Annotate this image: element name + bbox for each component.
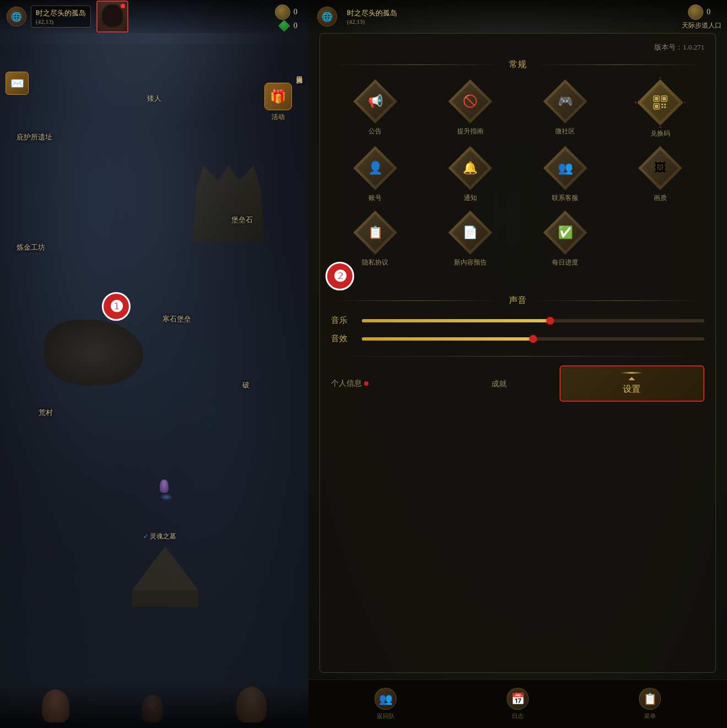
globe-icon[interactable]: 🌐 [7, 7, 26, 26]
daily-inner-bg: ✅ [547, 214, 583, 251]
pyramid-shape [132, 546, 198, 590]
btn-preview[interactable]: 📄 新内容预告 [426, 211, 515, 267]
character-portrait[interactable] [96, 1, 128, 33]
community-icon: 🎮 [558, 94, 573, 109]
activity-icon: 🎁 [264, 83, 292, 110]
activity-label: 活动 [272, 112, 285, 122]
account-icon: 👤 [368, 161, 383, 175]
preview-icon: 📄 [463, 225, 478, 240]
btn-quality-wrapper: 🖼 [638, 146, 682, 190]
btn-quality[interactable]: 🖼 画质 [616, 146, 705, 203]
support-label: 联系客服 [552, 193, 578, 203]
community-inner-bg: 🎮 [547, 83, 583, 120]
portrait-hood [102, 4, 122, 26]
portrait-notification-dot [121, 4, 125, 8]
sfx-slider-thumb[interactable] [529, 335, 537, 343]
tab-party[interactable]: 👥 返回队 [366, 683, 405, 725]
top-bar-left: 🌐 时之尽头的孤岛 (42,13) 0 0 [0, 0, 308, 33]
daily-icon: ✅ [558, 225, 573, 240]
qr-code-icon [653, 95, 668, 110]
svg-rect-5 [655, 105, 658, 108]
music-slider-thumb[interactable] [546, 317, 554, 325]
top-bar-right: 🌐 时之尽头的孤岛 (42,13) 0 天际步道人口 [308, 0, 727, 33]
community-label: 微社区 [555, 127, 575, 136]
btn-preview-wrapper: 📄 [448, 211, 492, 255]
btn-announcement-wrapper: 📢 [353, 79, 397, 123]
bottom-figure-1 [42, 689, 69, 722]
sfx-label: 音效 [331, 333, 353, 344]
svg-rect-8 [661, 106, 663, 108]
music-slider-fill [362, 319, 550, 322]
privacy-icon: 📋 [368, 225, 383, 240]
map-label-soul-tomb: ✓ 灵魂之墓 [143, 532, 176, 541]
right-location-coords: (42,13) [347, 18, 397, 25]
map-label-ruins: 庇护所遗址 [17, 132, 52, 142]
btn-community-wrapper: 🎮 [543, 79, 587, 123]
support-icon: 👥 [558, 161, 573, 175]
map-label-fortress-stone: 堡垒石 [231, 215, 253, 225]
btn-notification[interactable]: 🔔 通知 [426, 146, 515, 203]
tab-menu[interactable]: 📋 菜单 [630, 683, 670, 725]
map-label-alchemy: 炼金工坊 [17, 242, 45, 252]
coin-area: 0 [275, 4, 297, 20]
quality-label: 画质 [654, 193, 667, 203]
svg-rect-1 [655, 97, 658, 100]
btn-guide[interactable]: 🚫 提升指南 [426, 79, 515, 138]
btn-privacy[interactable]: 📋 隐私协议 [331, 211, 420, 267]
privacy-label: 隐私协议 [362, 258, 388, 267]
step-2-badge: ❷ [325, 262, 354, 290]
right-coin-area: 0 [688, 4, 710, 20]
bottom-figure-3 [236, 687, 267, 722]
sound-section-title: 声音 [509, 295, 527, 306]
coin-count: 0 [294, 8, 297, 17]
btn-support[interactable]: 👥 联系客服 [521, 146, 610, 203]
svg-rect-9 [664, 106, 666, 108]
btn-account[interactable]: 👤 账号 [331, 146, 420, 203]
tab-log[interactable]: 📅 日志 [498, 683, 538, 725]
right-location-name: 时之尽头的孤岛 [347, 8, 397, 18]
quality-inner-bg: 🖼 [642, 150, 679, 186]
settings-panel: 版本号：1.0.271 常规 📢 公告 [319, 33, 716, 673]
button-row-3: 📋 隐私协议 📄 新内容预告 [331, 211, 704, 267]
activity-button[interactable]: 🎁 活动 [264, 83, 292, 122]
character-figure [160, 479, 169, 493]
step-1-badge: ❶ [102, 292, 131, 321]
achievement-label: 成就 [491, 380, 507, 388]
achievement-area[interactable]: 成就 [445, 379, 552, 389]
character-glow [160, 494, 173, 500]
gem-area: 0 [278, 20, 297, 32]
sfx-slider-track[interactable] [362, 337, 704, 341]
btn-daily[interactable]: ✅ 每日进度 [521, 211, 610, 267]
map-character [160, 479, 173, 500]
btn-redeem-wrapper [637, 79, 683, 126]
announcement-icon: 📢 [368, 94, 383, 109]
tab-menu-icon: 📋 [639, 688, 661, 710]
account-label: 账号 [368, 193, 382, 203]
music-label: 音乐 [331, 315, 353, 326]
btn-redeem[interactable]: 兑换码 [616, 79, 705, 138]
btn-announcement[interactable]: 📢 公告 [331, 79, 420, 138]
mail-icon[interactable]: ✉️ [6, 72, 29, 95]
settings-line-top [621, 372, 643, 374]
map-label-village: 荒村 [39, 408, 53, 418]
sfx-slider-fill [362, 337, 533, 341]
settings-button[interactable]: 设置 [560, 365, 704, 402]
empty-cell [616, 211, 705, 267]
daily-label: 每日进度 [552, 258, 578, 267]
right-sky-walk-label: 天际步道人口 [682, 21, 721, 29]
atmosphere-overlay [0, 44, 308, 728]
guide-inner-bg: 🚫 [452, 83, 489, 120]
button-row-2: 👤 账号 🔔 通知 👥 [331, 146, 704, 203]
general-section-title: 常规 [509, 59, 527, 71]
personal-info-area[interactable]: 个人信息 [331, 379, 438, 389]
music-slider-track[interactable] [362, 319, 704, 322]
diamond-inner-bg: 📢 [357, 83, 393, 120]
deco-line [331, 356, 704, 357]
btn-community[interactable]: 🎮 微社区 [521, 79, 610, 138]
location-coords: (42,13) [36, 18, 86, 25]
tab-menu-label: 菜单 [644, 712, 656, 720]
right-sky-walk: 天际步道人口 [682, 20, 721, 30]
btn-notification-wrapper: 🔔 [448, 146, 492, 190]
map-label-broken: 破 [242, 380, 249, 390]
right-globe-icon[interactable]: 🌐 [317, 7, 337, 26]
